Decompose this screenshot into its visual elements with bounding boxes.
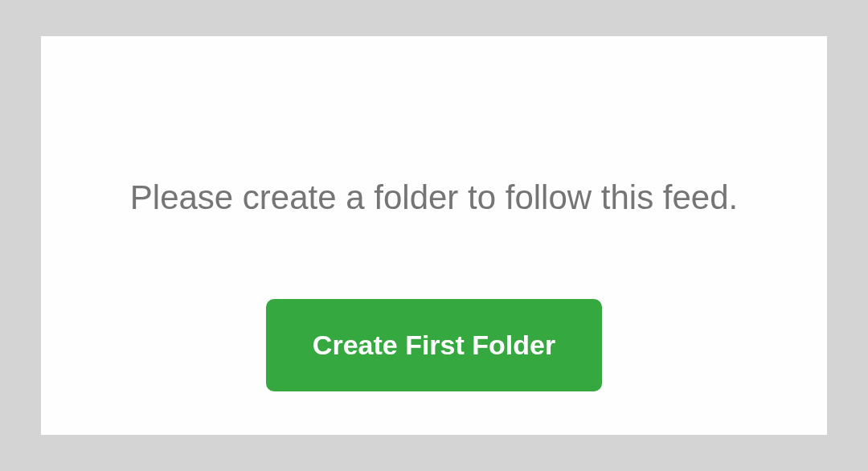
create-first-folder-button[interactable]: Create First Folder [266,299,602,391]
empty-state-card: Please create a folder to follow this fe… [41,36,827,435]
empty-state-message: Please create a folder to follow this fe… [130,176,738,220]
